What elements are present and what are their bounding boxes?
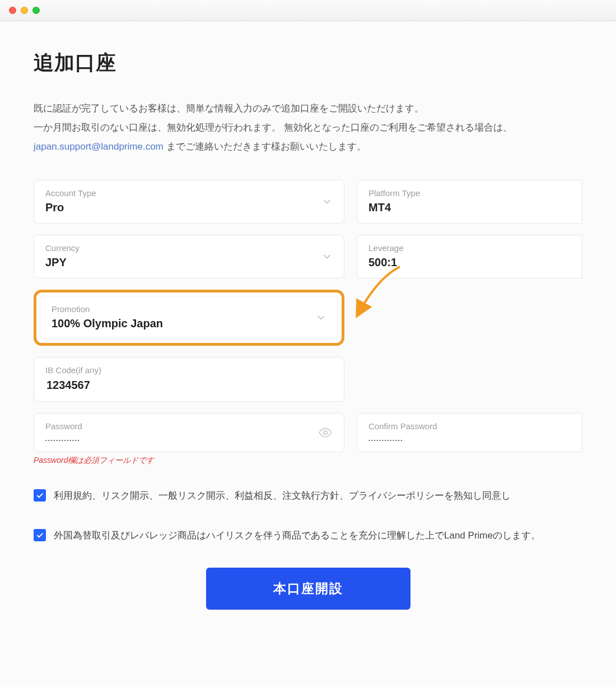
- password-value: •••••••••••••: [45, 434, 333, 443]
- password-error: Password欄は必須フィールドです: [34, 456, 344, 466]
- chevron-down-icon: [321, 196, 333, 207]
- maximize-icon[interactable]: [32, 7, 40, 14]
- account-type-select[interactable]: Account Type Pro: [34, 180, 344, 224]
- terms-checkbox[interactable]: [34, 489, 46, 502]
- ib-code-input[interactable]: [45, 378, 333, 392]
- chevron-down-icon: [315, 312, 326, 323]
- account-type-label: Account Type: [45, 188, 333, 198]
- risk-checkbox-row: 外国為替取引及びレバレッジ商品はハイリスクを伴う商品であることを充分に理解した上…: [34, 528, 582, 544]
- window-titlebar: [0, 0, 616, 21]
- terms-checkbox-row: 利用規約、リスク開示、一般リスク開示、利益相反、注文執行方針、プライバシーポリシ…: [34, 488, 582, 504]
- promotion-value: 100% Olympic Japan: [52, 317, 326, 330]
- password-field[interactable]: Password •••••••••••••: [34, 413, 344, 452]
- chevron-down-icon: [321, 251, 333, 262]
- checkboxes: 利用規約、リスク開示、一般リスク開示、利益相反、注文執行方針、プライバシーポリシ…: [34, 488, 582, 544]
- intro-line2b: までご連絡いただきます様お願いいたします。: [166, 141, 366, 152]
- currency-select[interactable]: Currency JPY: [34, 235, 344, 278]
- eye-icon[interactable]: [318, 425, 333, 440]
- submit-row: 本口座開設: [34, 568, 582, 610]
- currency-value: JPY: [45, 256, 333, 269]
- promotion-highlight: Promotion 100% Olympic Japan: [34, 290, 344, 346]
- confirm-password-field[interactable]: Confirm Password •••••••••••••: [357, 413, 582, 452]
- leverage-value: 500:1: [368, 256, 571, 269]
- confirm-password-label: Confirm Password: [368, 421, 571, 431]
- confirm-password-value: •••••••••••••: [368, 434, 571, 443]
- close-icon[interactable]: [9, 7, 16, 14]
- form-grid: Account Type Pro Platform Type MT4 Curre…: [34, 180, 582, 466]
- submit-button[interactable]: 本口座開設: [206, 568, 410, 610]
- platform-type-select[interactable]: Platform Type MT4: [357, 180, 582, 224]
- promotion-select[interactable]: Promotion 100% Olympic Japan: [40, 296, 338, 340]
- promotion-label: Promotion: [52, 304, 326, 314]
- account-type-value: Pro: [45, 201, 333, 214]
- ib-code-field[interactable]: IB Code(if any): [34, 357, 344, 402]
- password-label: Password: [45, 421, 333, 431]
- svg-point-0: [324, 431, 328, 435]
- terms-text: 利用規約、リスク開示、一般リスク開示、利益相反、注文執行方針、プライバシーポリシ…: [54, 488, 511, 504]
- platform-type-value: MT4: [368, 201, 571, 214]
- risk-checkbox[interactable]: [34, 529, 46, 541]
- currency-label: Currency: [45, 243, 333, 253]
- leverage-label: Leverage: [368, 243, 571, 253]
- risk-text: 外国為替取引及びレバレッジ商品はハイリスクを伴う商品であることを充分に理解した上…: [54, 528, 540, 544]
- platform-type-label: Platform Type: [368, 188, 571, 198]
- intro-text: 既に認証が完了しているお客様は、簡単な情報入力のみで追加口座をご開設いただけます…: [34, 99, 582, 156]
- page-title: 追加口座: [34, 49, 582, 77]
- leverage-select[interactable]: Leverage 500:1: [357, 235, 582, 278]
- ib-code-label: IB Code(if any): [45, 365, 333, 375]
- page-body: 追加口座 既に認証が完了しているお客様は、簡単な情報入力のみで追加口座をご開設い…: [0, 21, 616, 687]
- support-email-link[interactable]: japan.support@landprime.com: [34, 141, 164, 152]
- intro-line1: 既に認証が完了しているお客様は、簡単な情報入力のみで追加口座をご開設いただけます…: [34, 103, 424, 114]
- minimize-icon[interactable]: [21, 7, 28, 14]
- intro-line2a: 一か月間お取引のない口座は、無効化処理が行われます。 無効化となった口座のご利用…: [34, 122, 512, 133]
